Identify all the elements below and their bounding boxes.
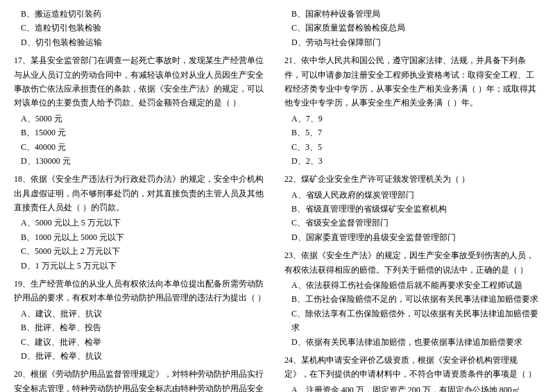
option-d: D、切引包装检验运输 xyxy=(21,35,271,49)
option-a: A、5000 元 xyxy=(21,112,271,126)
question-24-options: A、注册资金 400 万，固定资产 200 万，有固定办公场地 800㎡ B、有… xyxy=(284,383,541,392)
option-c: C、40000 元 xyxy=(21,140,271,154)
option-b: B、1000 元以上 5000 元以下 xyxy=(21,230,271,244)
question-21-options: A、7、9 B、5、7 C、3、5 D、2、3 xyxy=(284,112,541,169)
option-c: C、建议、批评、检举 xyxy=(21,335,271,349)
option-c: C、除依法享有工伤保险赔偿外，可以依据有关民事法律追加赔偿要求 xyxy=(291,307,541,335)
option-b: B、15000 元 xyxy=(21,126,271,139)
left-column: B、搬运造粒切引装药 C、造粒切引包装检验 D、切引包装检验运输 17、某县安全… xyxy=(14,7,271,392)
question-24: 24、某机构申请安全评价乙级资质，根据《安全评价机构管理规定》，在下列提供的申请… xyxy=(284,353,541,392)
question-18-options: A、5000 元以上 5 万元以下 B、1000 元以上 5000 元以下 C、… xyxy=(14,216,271,273)
option-c: C、省级安全监督管理部门 xyxy=(291,216,541,230)
option-d: D、国家委直管理理的县级安全监督管理部门 xyxy=(291,230,541,244)
option-b: B、5、7 xyxy=(291,126,541,139)
question-22-text: 22、煤矿企业安全生产许可证颁发管理机关为（ ） xyxy=(284,172,541,186)
option-d: D、2、3 xyxy=(291,154,541,168)
option-c: C、造粒切引包装检验 xyxy=(21,21,271,35)
question-18: 18、依据《安全生产违法行为行政处罚办法》的规定，安全中介机构出具虚假证明，尚不… xyxy=(14,172,271,273)
question-22-options: A、省级人民政府的煤炭管理部门 B、省级直管理理的省级煤矿安全监察机构 C、省级… xyxy=(284,188,541,245)
option-d: D、1 万元以上 5 万元以下 xyxy=(21,259,271,273)
option-a: A、5000 元以上 5 万元以下 xyxy=(21,216,271,230)
option-c: C、3、5 xyxy=(291,140,541,154)
question-21-text: 21、依中华人民共和国公民，遵守国家法律、法规，并具备下列条件，可以申请参加注册… xyxy=(284,53,541,110)
option-b: B、搬运造粒切引装药 xyxy=(21,7,271,21)
option-a: A、注册资金 400 万，固定资产 200 万，有固定办公场地 800㎡ xyxy=(291,383,541,392)
option-b: B、工伤社会保险赔偿不足的，可以依据有关民事法律追加赔偿要求 xyxy=(291,292,541,306)
options-group: B、搬运造粒切引装药 C、造粒切引包装检验 D、切引包装检验运输 xyxy=(14,7,271,49)
question-19-options: A、建议、批评、抗议 B、批评、检举、投告 C、建议、批评、检举 D、批评、检举… xyxy=(14,307,271,364)
question-16-options: B、搬运造粒切引装药 C、造粒切引包装检验 D、切引包装检验运输 xyxy=(14,7,271,49)
question-23-text: 23、依据《安全生产法》的规定，因生产安全事故受到伤害的人员，有权依法获得相应的… xyxy=(284,248,541,277)
option-a: A、7、9 xyxy=(291,112,541,126)
option-b: B、国家特种设备管理局 xyxy=(291,7,541,21)
question-23-options: A、依法获得工伤社会保险赔偿后就不能再要求安全工程师试题 B、工伤社会保险赔偿不… xyxy=(284,278,541,349)
right-column: B、国家特种设备管理局 C、国家质量监督检验检疫总局 D、劳动与社会保障部门 2… xyxy=(284,7,541,392)
question-17: 17、某县安全监管部门在调查一起死亡事故时，发现某生产经营单位与从业人员订立的劳… xyxy=(14,53,271,168)
option-a: A、省级人民政府的煤炭管理部门 xyxy=(291,188,541,202)
question-18-text: 18、依据《安全生产违法行为行政处罚办法》的规定，安全中介机构出具虚假证明，尚不… xyxy=(14,172,271,214)
question-17-options: A、5000 元 B、15000 元 C、40000 元 D、130000 元 xyxy=(14,112,271,169)
option-a: A、依法获得工伤社会保险赔偿后就不能再要求安全工程师试题 xyxy=(291,278,541,292)
question-21: 21、依中华人民共和国公民，遵守国家法律、法规，并具备下列条件，可以申请参加注册… xyxy=(284,53,541,168)
option-c: C、5000 元以上 2 万元以下 xyxy=(21,244,271,258)
option-c: C、国家质量监督检验检疫总局 xyxy=(291,21,541,35)
question-19-text: 19、生产经营单位的从业人员有权依法向本单位提出配备所需劳动防护用品的要求，有权… xyxy=(14,277,271,305)
question-23: 23、依据《安全生产法》的规定，因生产安全事故受到伤害的人员，有权依法获得相应的… xyxy=(284,248,541,349)
option-b: B、批评、检举、投告 xyxy=(21,321,271,334)
option-d: D、劳动与社会保障部门 xyxy=(291,35,541,49)
options-group: B、国家特种设备管理局 C、国家质量监督检验检疫总局 D、劳动与社会保障部门 xyxy=(284,7,541,49)
question-20-right-options: B、国家特种设备管理局 C、国家质量监督检验检疫总局 D、劳动与社会保障部门 xyxy=(284,7,541,49)
option-d: D、130000 元 xyxy=(21,154,271,168)
option-d: D、依据有关民事法律追加赔偿，也要依据事法律追加赔偿要求 xyxy=(291,335,541,349)
question-20-text: 20、根据《劳动防护用品监督管理规定》，对特种劳动防护用品实行安全标志管理，特种… xyxy=(14,367,271,392)
question-24-text: 24、某机构申请安全评价乙级资质，根据《安全评价机构管理规定》，在下列提供的申请… xyxy=(284,353,541,382)
question-17-text: 17、某县安全监管部门在调查一起死亡事故时，发现某生产经营单位与从业人员订立的劳… xyxy=(14,53,271,110)
option-d: D、批评、检举、抗议 xyxy=(21,349,271,363)
question-19: 19、生产经营单位的从业人员有权依法向本单位提出配备所需劳动防护用品的要求，有权… xyxy=(14,277,271,363)
option-a: A、建议、批评、抗议 xyxy=(21,307,271,321)
question-20: 20、根据《劳动防护用品监督管理规定》，对特种劳动防护用品实行安全标志管理，特种… xyxy=(14,367,271,392)
question-22: 22、煤矿企业安全生产许可证颁发管理机关为（ ） A、省级人民政府的煤炭管理部门… xyxy=(284,172,541,244)
option-b: B、省级直管理理的省级煤矿安全监察机构 xyxy=(291,202,541,216)
